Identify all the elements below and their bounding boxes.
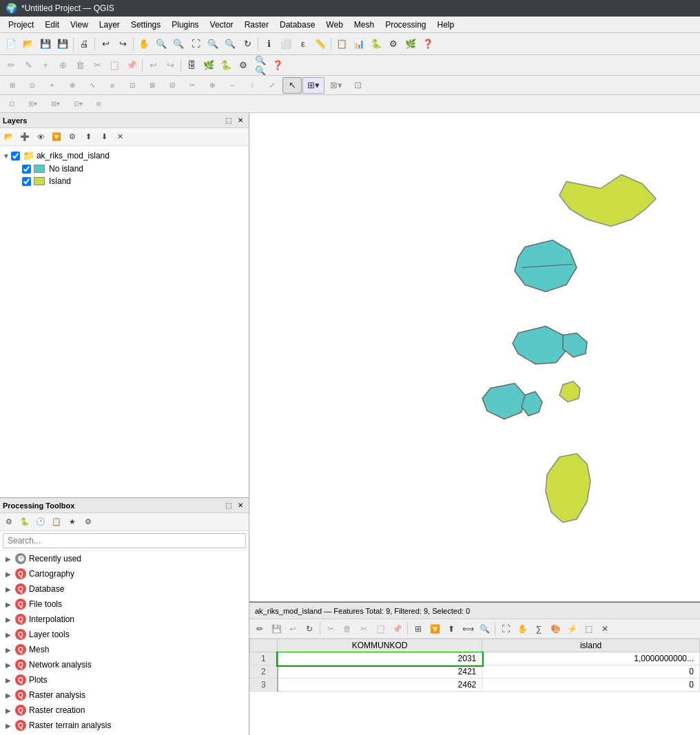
layers-panel-float-btn[interactable]: ⬚ [223, 115, 234, 126]
no-island-checkbox[interactable] [22, 165, 31, 174]
attr-table-grid[interactable]: KOMMUNKOD island 1 2031 1,0000000000... … [249, 639, 700, 735]
layer-group-ak-riks[interactable]: ▼ 📁 ak_riks_mod_island [0, 149, 249, 163]
proc-python-btn[interactable]: 🐍 [17, 515, 32, 529]
table-row[interactable]: 3 2462 0 [250, 679, 700, 692]
identify-btn[interactable]: ℹ [260, 36, 277, 52]
layers-panel-close-btn[interactable]: ✕ [235, 115, 246, 126]
toolbox-item-raster-analysis[interactable]: ▶ Q Raster analysis [0, 687, 249, 703]
adv-btn4[interactable]: ⊕ [63, 77, 82, 94]
layer-item-no-island[interactable]: No island [0, 163, 249, 175]
cut-attr-btn[interactable]: ✂ [356, 621, 371, 636]
layers-move-top-btn[interactable]: ⬆ [81, 130, 96, 144]
adv-btn10[interactable]: ✂ [183, 77, 202, 94]
help-btn[interactable]: ❓ [420, 36, 436, 52]
proc-settings-btn[interactable]: ⚙ [81, 515, 96, 529]
adv-btn6[interactable]: ⌀ [103, 77, 122, 94]
table-row[interactable]: 2 2421 0 [250, 665, 700, 679]
adv-btn12[interactable]: ↔ [223, 77, 242, 94]
snap-btn2[interactable]: ⊞▾ [21, 96, 43, 112]
layers-add-layer-btn[interactable]: ➕ [17, 130, 32, 144]
toolbox-item-cartography[interactable]: ▶ Q Cartography [0, 566, 249, 581]
processing-panel-close-btn[interactable]: ✕ [235, 500, 246, 511]
island-cell-1[interactable]: 1,0000000000... [482, 652, 700, 665]
snap-btn4[interactable]: ⊟▾ [67, 96, 89, 112]
search2-btn[interactable]: 🔍🔍 [252, 57, 269, 74]
toolbox-item-raster-creation[interactable]: ▶ Q Raster creation [0, 703, 249, 718]
toolbox-item-recently-used[interactable]: ▶ 🕐 Recently used [0, 551, 249, 566]
map-canvas[interactable] [249, 113, 700, 601]
zoom-out-btn[interactable]: 🔍 [170, 36, 187, 52]
edit-node-btn[interactable]: ✎ [20, 57, 37, 74]
island-checkbox[interactable] [22, 177, 31, 186]
actions-btn[interactable]: ⚡ [564, 621, 579, 636]
adv-btn2[interactable]: ⊙ [23, 77, 42, 94]
macros2-btn[interactable]: ⚙ [235, 57, 251, 74]
measure-btn[interactable]: 📏 [312, 36, 329, 52]
proc-bookmark-btn[interactable]: ★ [65, 515, 80, 529]
help2-btn[interactable]: ❓ [269, 57, 286, 74]
menu-item-processing[interactable]: Processing [380, 19, 431, 31]
toolbox-item-plots[interactable]: ▶ Q Plots [0, 672, 249, 687]
layers-show-all-btn[interactable]: 👁 [33, 130, 48, 144]
menu-item-view[interactable]: View [65, 19, 94, 31]
edit-pencil-attr-btn[interactable]: ✏ [252, 621, 267, 636]
paste-attr-btn[interactable]: 📌 [389, 621, 404, 636]
python2-btn[interactable]: 🐍 [218, 57, 234, 74]
search-attr-btn[interactable]: 🔍 [477, 621, 492, 636]
delete-sel-attr-btn[interactable]: 🗑 [340, 621, 355, 636]
adv-btn18[interactable]: ⊡ [348, 77, 367, 94]
select-all-btn[interactable]: ⊞ [411, 621, 426, 636]
proc-results-btn[interactable]: 📋 [49, 515, 64, 529]
move-sel-top-btn[interactable]: ⬆ [444, 621, 459, 636]
cut-feature-btn[interactable]: ✂ [89, 57, 105, 74]
paste-feature-btn[interactable]: 📌 [123, 57, 140, 74]
layers-filter-map-btn[interactable]: ⚙ [65, 130, 80, 144]
open-btn[interactable]: 📂 [20, 36, 37, 52]
snap-btn5[interactable]: ⊕ [90, 96, 107, 112]
menu-item-help[interactable]: Help [432, 19, 460, 31]
grass2-btn[interactable]: 🌿 [200, 57, 217, 74]
adv-btn17[interactable]: ⊠▾ [325, 77, 347, 94]
zoom-layer-btn[interactable]: 🔍 [205, 36, 221, 52]
adv-btn14[interactable]: ⤢ [262, 77, 282, 94]
kommunkod-cell-3[interactable]: 2462 [278, 679, 482, 692]
close-attr-btn[interactable]: ✕ [597, 621, 612, 636]
zoom-sel-btn[interactable]: 🔍 [222, 36, 238, 52]
undo-edit-btn[interactable]: ↩ [145, 57, 161, 74]
proc-gear-btn[interactable]: ⚙ [1, 515, 17, 529]
save-edits-attr-btn[interactable]: 💾 [269, 621, 284, 636]
toolbox-item-mesh[interactable]: ▶ Q Mesh [0, 642, 249, 657]
rollback-edits-btn[interactable]: ↩ [285, 621, 300, 636]
table-row[interactable]: 1 2031 1,0000000000... [250, 652, 700, 665]
edit-pencil-btn[interactable]: ✏ [3, 57, 19, 74]
adv-btn11[interactable]: ⊕ [203, 77, 222, 94]
processing-panel-float-btn[interactable]: ⬚ [223, 500, 234, 511]
print-btn[interactable]: 🖨 [76, 36, 92, 52]
zoom-map-btn[interactable]: ⛶ [498, 621, 513, 636]
move-feature-btn[interactable]: ⊕ [54, 57, 71, 74]
layer-item-island[interactable]: Island [0, 175, 249, 187]
layers-remove-btn[interactable]: ✕ [112, 130, 127, 144]
menu-item-layer[interactable]: Layer [94, 19, 125, 31]
copy-attr-btn[interactable]: 📋 [373, 621, 388, 636]
zoom-in-btn[interactable]: 🔍 [153, 36, 169, 52]
delete-sel-btn[interactable]: 🗑 [72, 57, 88, 74]
select-expr-btn[interactable]: ε [295, 36, 311, 52]
save-btn[interactable]: 💾 [37, 36, 54, 52]
pan-btn[interactable]: ✋ [136, 36, 152, 52]
refresh-attr-btn[interactable]: ↻ [302, 621, 317, 636]
menu-item-raster[interactable]: Raster [239, 19, 274, 31]
toolbox-item-layer-tools[interactable]: ▶ Q Layer tools [0, 627, 249, 642]
toolbox-item-database[interactable]: ▶ Q Database [0, 581, 249, 597]
undo-btn[interactable]: ↩ [97, 36, 114, 52]
adv-btn7[interactable]: ⊡ [123, 77, 142, 94]
toggle-editing-btn[interactable]: ✂ [323, 621, 338, 636]
menu-item-edit[interactable]: Edit [39, 19, 65, 31]
field-calc-btn[interactable]: ∑ [531, 621, 546, 636]
refresh-btn[interactable]: ↻ [239, 36, 256, 52]
adv-btn3[interactable]: ⌖ [43, 77, 62, 94]
menu-item-web[interactable]: Web [320, 19, 348, 31]
adv-btn8[interactable]: ⊠ [143, 77, 162, 94]
new-project-btn[interactable]: 📄 [3, 36, 19, 52]
stat-summary-btn[interactable]: 📊 [351, 36, 367, 52]
